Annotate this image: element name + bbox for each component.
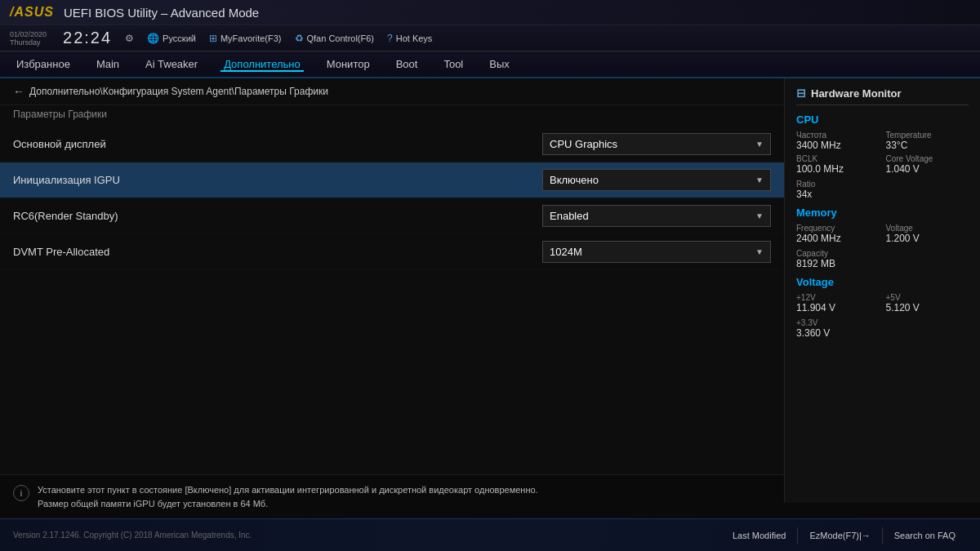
section-title: Параметры Графики — [0, 105, 784, 127]
setting-label-dvmt: DVMT Pre-Allocated — [13, 246, 542, 258]
hw-cpu-bclk-label: BCLK — [796, 154, 880, 163]
footer-ez-mode[interactable]: EzMode(F7)|→ — [797, 527, 881, 544]
nav-ai-tweaker[interactable]: Ai Tweaker — [142, 56, 201, 72]
settings-icon[interactable]: ⚙ — [125, 33, 134, 44]
dropdown-igpu-init[interactable]: Включено ▼ — [542, 169, 771, 191]
right-panel: ⊟ Hardware Monitor CPU Частота 3400 MHz … — [784, 78, 980, 503]
hw-v33-value: 3.360 V — [796, 327, 969, 339]
info-text: Установите этот пункт в состояние [Включ… — [38, 483, 538, 503]
hw-cpu-core-voltage-value: 1.040 V — [886, 163, 969, 175]
hw-cpu-frequency: Частота 3400 MHz — [796, 131, 880, 151]
nav-boot[interactable]: Boot — [393, 56, 421, 72]
setting-control-dvmt[interactable]: 1024M ▼ — [542, 241, 771, 263]
hw-memory-frequency-value: 2400 MHz — [796, 233, 880, 244]
hw-cpu-frequency-value: 3400 MHz — [796, 140, 880, 151]
nav-exit[interactable]: Вых — [486, 56, 513, 72]
date-text: 01/02/2020 — [10, 30, 47, 38]
hw-memory-grid: Frequency 2400 MHz Voltage 1.200 V — [796, 224, 969, 244]
dropdown-rc6-value: Enabled — [550, 210, 589, 222]
settings-table: Основной дисплей CPU Graphics ▼ Инициали… — [0, 127, 784, 270]
myfavorite-label: MyFavorite(F3) — [220, 33, 282, 43]
hw-memory-section: Memory — [796, 207, 969, 219]
hw-memory-voltage-value: 1.200 V — [886, 233, 969, 244]
dropdown-rc6[interactable]: Enabled ▼ — [542, 205, 771, 227]
header-bar: /ASUS UEFI BIOS Utility – Advanced Mode … — [0, 0, 980, 51]
hw-v12-label: +12V — [796, 293, 880, 302]
setting-control-primary-display[interactable]: CPU Graphics ▼ — [542, 133, 771, 155]
hw-cpu-core-voltage-label: Core Voltage — [886, 154, 969, 163]
setting-label-primary-display: Основной дисплей — [13, 138, 542, 150]
footer-last-modified[interactable]: Last Modified — [721, 527, 797, 544]
hw-memory-capacity-label: Capacity — [796, 249, 969, 258]
asus-logo: /ASUS — [10, 5, 54, 20]
hw-monitor-title: ⊟ Hardware Monitor — [796, 87, 969, 105]
hotkeys-item[interactable]: ? Hot Keys — [387, 33, 432, 44]
hotkeys-label: Hot Keys — [396, 33, 433, 43]
hw-cpu-frequency-label: Частота — [796, 131, 880, 140]
nav-tool[interactable]: Tool — [440, 56, 466, 72]
qfan-item[interactable]: ♻ Qfan Control(F6) — [295, 33, 375, 44]
footer-search[interactable]: Search on FAQ — [882, 527, 967, 544]
qfan-label: Qfan Control(F6) — [307, 33, 375, 43]
hw-memory-voltage: Voltage 1.200 V — [886, 224, 969, 244]
setting-control-igpu-init[interactable]: Включено ▼ — [542, 169, 771, 191]
dropdown-dvmt-value: 1024M — [550, 246, 582, 258]
hw-v33-label: +3.3V — [796, 318, 969, 327]
info-icon: i — [13, 485, 29, 501]
nav-main[interactable]: Main — [93, 56, 122, 72]
dropdown-dvmt[interactable]: 1024M ▼ — [542, 241, 771, 263]
hw-cpu-temperature-label: Temperature — [886, 131, 969, 140]
globe-icon: 🌐 — [147, 33, 159, 44]
hw-v33: +3.3V 3.360 V — [796, 318, 969, 339]
language-item[interactable]: 🌐 Русский — [147, 33, 196, 44]
hw-cpu-section: CPU — [796, 113, 969, 126]
hw-v12: +12V 11.904 V — [796, 293, 880, 313]
day-text: Thursday — [10, 38, 47, 47]
nav-advanced[interactable]: Дополнительно — [220, 56, 304, 72]
hw-v5-value: 5.120 V — [886, 302, 969, 313]
hw-cpu-ratio-label: Ratio — [796, 180, 969, 189]
setting-label-igpu-init: Инициализация IGPU — [13, 174, 542, 186]
dropdown-arrow: ▼ — [755, 140, 764, 149]
hw-cpu-temperature: Temperature 33°C — [886, 131, 969, 151]
info-line2: Размер общей памяти iGPU будет установле… — [38, 497, 538, 504]
dropdown-primary-display-value: CPU Graphics — [550, 138, 617, 150]
dropdown-primary-display[interactable]: CPU Graphics ▼ — [542, 133, 771, 155]
setting-row-rc6[interactable]: RC6(Render Standby) Enabled ▼ — [0, 198, 784, 234]
hw-cpu-bclk-value: 100.0 MHz — [796, 163, 880, 175]
dropdown-arrow-3: ▼ — [755, 211, 764, 220]
main-content: ← Дополнительно\Конфигурация System Agen… — [0, 78, 980, 503]
star-icon: ⊞ — [209, 33, 217, 44]
info-line1: Установите этот пункт в состояние [Включ… — [38, 483, 538, 497]
myfavorite-item[interactable]: ⊞ MyFavorite(F3) — [209, 33, 282, 44]
setting-row-dvmt[interactable]: DVMT Pre-Allocated 1024M ▼ — [0, 234, 784, 270]
monitor-icon: ⊟ — [796, 87, 806, 100]
hw-v12-value: 11.904 V — [796, 302, 880, 313]
center-panel: ← Дополнительно\Конфигурация System Agen… — [0, 78, 784, 503]
breadcrumb-path: Дополнительно\Конфигурация System Agent\… — [29, 86, 328, 97]
nav-monitor[interactable]: Монитор — [323, 56, 373, 72]
hw-voltage-grid: +12V 11.904 V +5V 5.120 V — [796, 293, 969, 313]
hw-memory-frequency-label: Frequency — [796, 224, 880, 233]
hw-memory-voltage-label: Voltage — [886, 224, 969, 233]
hw-memory-capacity: Capacity 8192 MB — [796, 249, 969, 269]
setting-row-igpu-init[interactable]: Инициализация IGPU Включено ▼ — [0, 162, 784, 198]
info-row: 01/02/2020 Thursday 22:24 ⚙ 🌐 Русский ⊞ … — [0, 25, 980, 51]
hw-cpu-ratio: Ratio 34x — [796, 180, 969, 200]
footer-right: Last Modified EzMode(F7)|→ Search on FAQ — [721, 527, 967, 544]
key-icon: ? — [387, 33, 393, 44]
back-arrow[interactable]: ← — [13, 85, 24, 98]
hw-memory-capacity-value: 8192 MB — [796, 258, 969, 269]
setting-control-rc6[interactable]: Enabled ▼ — [542, 205, 771, 227]
nav-favorites[interactable]: Избранное — [13, 56, 74, 72]
hw-cpu-core-voltage: Core Voltage 1.040 V — [886, 154, 969, 175]
hw-v5: +5V 5.120 V — [886, 293, 969, 313]
dropdown-arrow-2: ▼ — [755, 176, 764, 184]
hw-cpu-ratio-value: 34x — [796, 189, 969, 200]
fan-icon: ♻ — [295, 33, 304, 44]
hw-voltage-section: Voltage — [796, 276, 969, 288]
footer-version: Version 2.17.1246. Copyright (C) 2018 Am… — [13, 531, 252, 540]
nav-bar: Избранное Main Ai Tweaker Дополнительно … — [0, 51, 980, 78]
setting-row-primary-display[interactable]: Основной дисплей CPU Graphics ▼ — [0, 127, 784, 162]
hw-cpu-grid: Частота 3400 MHz Temperature 33°C BCLK 1… — [796, 131, 969, 175]
